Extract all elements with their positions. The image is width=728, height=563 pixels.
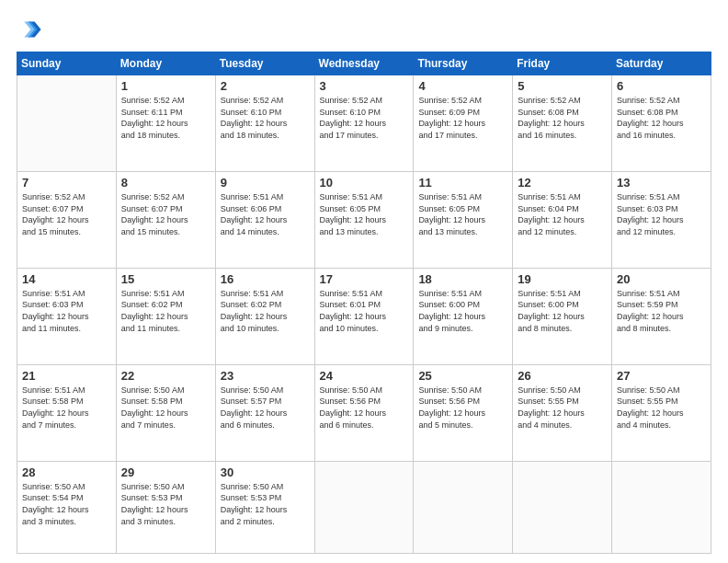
- day-info: Sunrise: 5:52 AM Sunset: 6:09 PM Dayligh…: [418, 95, 507, 141]
- day-number: 10: [320, 176, 409, 190]
- day-info: Sunrise: 5:51 AM Sunset: 6:04 PM Dayligh…: [518, 191, 607, 237]
- logo: [17, 17, 46, 42]
- weekday-header-thursday: Thursday: [414, 52, 513, 75]
- calendar-cell: 4Sunrise: 5:52 AM Sunset: 6:09 PM Daylig…: [414, 75, 513, 172]
- day-info: Sunrise: 5:51 AM Sunset: 5:58 PM Dayligh…: [22, 385, 111, 431]
- calendar-cell: 17Sunrise: 5:51 AM Sunset: 6:01 PM Dayli…: [314, 268, 414, 364]
- day-info: Sunrise: 5:52 AM Sunset: 6:08 PM Dayligh…: [617, 95, 706, 141]
- calendar-cell: 29Sunrise: 5:50 AM Sunset: 5:53 PM Dayli…: [116, 461, 215, 553]
- calendar-cell: 13Sunrise: 5:51 AM Sunset: 6:03 PM Dayli…: [612, 171, 711, 268]
- day-info: Sunrise: 5:50 AM Sunset: 5:55 PM Dayligh…: [617, 385, 706, 431]
- week-row-1: 1Sunrise: 5:52 AM Sunset: 6:11 PM Daylig…: [17, 75, 711, 172]
- calendar-cell: 15Sunrise: 5:51 AM Sunset: 6:02 PM Dayli…: [116, 268, 215, 364]
- week-row-2: 7Sunrise: 5:52 AM Sunset: 6:07 PM Daylig…: [17, 171, 711, 268]
- day-number: 12: [518, 176, 607, 190]
- calendar-cell: 18Sunrise: 5:51 AM Sunset: 6:00 PM Dayli…: [414, 268, 513, 364]
- calendar-cell: [513, 461, 612, 553]
- day-number: 24: [320, 369, 409, 383]
- calendar-cell: 12Sunrise: 5:51 AM Sunset: 6:04 PM Dayli…: [513, 171, 612, 268]
- day-info: Sunrise: 5:50 AM Sunset: 5:56 PM Dayligh…: [418, 385, 507, 431]
- day-info: Sunrise: 5:50 AM Sunset: 5:54 PM Dayligh…: [22, 481, 111, 527]
- day-info: Sunrise: 5:51 AM Sunset: 5:59 PM Dayligh…: [617, 288, 706, 334]
- day-number: 18: [418, 272, 507, 286]
- day-info: Sunrise: 5:52 AM Sunset: 6:11 PM Dayligh…: [121, 95, 210, 141]
- day-number: 3: [320, 79, 409, 93]
- day-number: 2: [221, 79, 310, 93]
- calendar-cell: 24Sunrise: 5:50 AM Sunset: 5:56 PM Dayli…: [314, 364, 414, 461]
- calendar-cell: 22Sunrise: 5:50 AM Sunset: 5:58 PM Dayli…: [116, 364, 215, 461]
- day-number: 17: [320, 272, 409, 286]
- calendar-cell: 3Sunrise: 5:52 AM Sunset: 6:10 PM Daylig…: [314, 75, 414, 172]
- day-info: Sunrise: 5:51 AM Sunset: 6:06 PM Dayligh…: [221, 191, 310, 237]
- day-info: Sunrise: 5:51 AM Sunset: 6:01 PM Dayligh…: [320, 288, 409, 334]
- calendar-cell: 11Sunrise: 5:51 AM Sunset: 6:05 PM Dayli…: [414, 171, 513, 268]
- day-number: 9: [221, 176, 310, 190]
- day-number: 1: [121, 79, 210, 93]
- calendar-cell: 27Sunrise: 5:50 AM Sunset: 5:55 PM Dayli…: [612, 364, 711, 461]
- day-info: Sunrise: 5:51 AM Sunset: 6:02 PM Dayligh…: [121, 288, 210, 334]
- calendar-cell: [612, 461, 711, 553]
- day-info: Sunrise: 5:50 AM Sunset: 5:53 PM Dayligh…: [121, 481, 210, 527]
- day-info: Sunrise: 5:51 AM Sunset: 6:02 PM Dayligh…: [221, 288, 310, 334]
- day-info: Sunrise: 5:51 AM Sunset: 6:03 PM Dayligh…: [22, 288, 111, 334]
- calendar-cell: 21Sunrise: 5:51 AM Sunset: 5:58 PM Dayli…: [17, 364, 117, 461]
- header: [17, 17, 711, 42]
- calendar-cell: 2Sunrise: 5:52 AM Sunset: 6:10 PM Daylig…: [215, 75, 314, 172]
- day-info: Sunrise: 5:52 AM Sunset: 6:08 PM Dayligh…: [518, 95, 607, 141]
- weekday-header-row: SundayMondayTuesdayWednesdayThursdayFrid…: [17, 52, 711, 75]
- day-info: Sunrise: 5:50 AM Sunset: 5:57 PM Dayligh…: [221, 385, 310, 431]
- calendar-cell: [17, 75, 117, 172]
- day-number: 21: [22, 369, 111, 383]
- calendar-table: SundayMondayTuesdayWednesdayThursdayFrid…: [17, 52, 711, 554]
- day-info: Sunrise: 5:50 AM Sunset: 5:55 PM Dayligh…: [518, 385, 607, 431]
- calendar-cell: 9Sunrise: 5:51 AM Sunset: 6:06 PM Daylig…: [215, 171, 314, 268]
- day-info: Sunrise: 5:51 AM Sunset: 6:05 PM Dayligh…: [418, 191, 507, 237]
- calendar-cell: 30Sunrise: 5:50 AM Sunset: 5:53 PM Dayli…: [215, 461, 314, 553]
- day-info: Sunrise: 5:52 AM Sunset: 6:10 PM Dayligh…: [320, 95, 409, 141]
- day-number: 29: [121, 465, 210, 479]
- day-number: 6: [617, 79, 706, 93]
- day-number: 7: [22, 176, 111, 190]
- day-info: Sunrise: 5:51 AM Sunset: 6:00 PM Dayligh…: [518, 288, 607, 334]
- day-number: 14: [22, 272, 111, 286]
- logo-icon: [17, 17, 42, 42]
- calendar-cell: 10Sunrise: 5:51 AM Sunset: 6:05 PM Dayli…: [314, 171, 414, 268]
- week-row-4: 21Sunrise: 5:51 AM Sunset: 5:58 PM Dayli…: [17, 364, 711, 461]
- day-number: 5: [518, 79, 607, 93]
- week-row-3: 14Sunrise: 5:51 AM Sunset: 6:03 PM Dayli…: [17, 268, 711, 364]
- day-info: Sunrise: 5:52 AM Sunset: 6:07 PM Dayligh…: [121, 191, 210, 237]
- week-row-5: 28Sunrise: 5:50 AM Sunset: 5:54 PM Dayli…: [17, 461, 711, 553]
- calendar-cell: 25Sunrise: 5:50 AM Sunset: 5:56 PM Dayli…: [414, 364, 513, 461]
- calendar-cell: 8Sunrise: 5:52 AM Sunset: 6:07 PM Daylig…: [116, 171, 215, 268]
- weekday-header-friday: Friday: [513, 52, 612, 75]
- day-number: 27: [617, 369, 706, 383]
- calendar-cell: 6Sunrise: 5:52 AM Sunset: 6:08 PM Daylig…: [612, 75, 711, 172]
- day-info: Sunrise: 5:52 AM Sunset: 6:10 PM Dayligh…: [221, 95, 310, 141]
- day-number: 4: [418, 79, 507, 93]
- day-number: 30: [221, 465, 310, 479]
- day-info: Sunrise: 5:52 AM Sunset: 6:07 PM Dayligh…: [22, 191, 111, 237]
- day-info: Sunrise: 5:50 AM Sunset: 5:53 PM Dayligh…: [221, 481, 310, 527]
- calendar-cell: [314, 461, 414, 553]
- calendar-cell: 26Sunrise: 5:50 AM Sunset: 5:55 PM Dayli…: [513, 364, 612, 461]
- day-number: 8: [121, 176, 210, 190]
- calendar-cell: 14Sunrise: 5:51 AM Sunset: 6:03 PM Dayli…: [17, 268, 117, 364]
- calendar-cell: 28Sunrise: 5:50 AM Sunset: 5:54 PM Dayli…: [17, 461, 117, 553]
- day-number: 11: [418, 176, 507, 190]
- calendar-cell: [414, 461, 513, 553]
- day-number: 15: [121, 272, 210, 286]
- day-info: Sunrise: 5:51 AM Sunset: 6:00 PM Dayligh…: [418, 288, 507, 334]
- day-number: 16: [221, 272, 310, 286]
- day-number: 13: [617, 176, 706, 190]
- weekday-header-saturday: Saturday: [612, 52, 711, 75]
- weekday-header-tuesday: Tuesday: [215, 52, 314, 75]
- calendar-cell: 5Sunrise: 5:52 AM Sunset: 6:08 PM Daylig…: [513, 75, 612, 172]
- page: SundayMondayTuesdayWednesdayThursdayFrid…: [0, 0, 728, 563]
- day-info: Sunrise: 5:50 AM Sunset: 5:58 PM Dayligh…: [121, 385, 210, 431]
- day-number: 22: [121, 369, 210, 383]
- calendar-cell: 1Sunrise: 5:52 AM Sunset: 6:11 PM Daylig…: [116, 75, 215, 172]
- calendar-cell: 19Sunrise: 5:51 AM Sunset: 6:00 PM Dayli…: [513, 268, 612, 364]
- calendar-cell: 23Sunrise: 5:50 AM Sunset: 5:57 PM Dayli…: [215, 364, 314, 461]
- weekday-header-monday: Monday: [116, 52, 215, 75]
- day-number: 26: [518, 369, 607, 383]
